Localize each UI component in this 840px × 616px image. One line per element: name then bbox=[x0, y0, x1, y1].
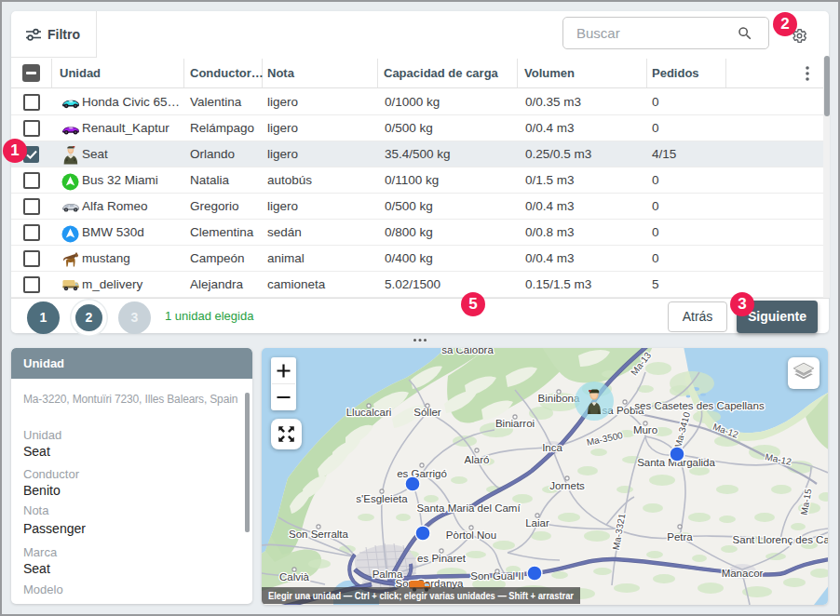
svg-text:Petra: Petra bbox=[667, 531, 693, 542]
svg-text:Alaró: Alaró bbox=[465, 454, 490, 465]
svg-text:sa Calobra: sa Calobra bbox=[441, 348, 494, 355]
svg-text:Calvià: Calvià bbox=[279, 571, 310, 583]
svg-text:es Pinaret: es Pinaret bbox=[417, 553, 467, 564]
svg-text:ses Casetes des Capellans: ses Casetes des Capellans bbox=[634, 400, 765, 411]
svg-text:Jornets: Jornets bbox=[549, 480, 585, 491]
svg-text:Sant Llorenç des Carda: Sant Llorenç des Carda bbox=[733, 534, 828, 545]
svg-text:Manacor: Manacor bbox=[722, 568, 764, 579]
svg-text:Biniarroi: Biniarroi bbox=[495, 418, 535, 429]
svg-text:Elegir una unidad — Ctrl + cli: Elegir una unidad — Ctrl + click; elegir… bbox=[268, 590, 574, 601]
svg-text:Laiar: Laiar bbox=[525, 517, 549, 529]
svg-text:Inca: Inca bbox=[542, 442, 562, 453]
svg-text:Son Serralta: Son Serralta bbox=[289, 529, 349, 540]
svg-text:Muro: Muro bbox=[633, 424, 657, 435]
svg-text:Sóller: Sóller bbox=[413, 407, 441, 418]
svg-text:es Garrigó: es Garrigó bbox=[397, 468, 447, 479]
svg-text:Llucalcari: Llucalcari bbox=[346, 407, 392, 418]
svg-text:Santa Maria del Camí: Santa Maria del Camí bbox=[416, 502, 521, 514]
svg-text:s'Esgleieta: s'Esgleieta bbox=[356, 493, 408, 504]
svg-text:Pòrtol Nou: Pòrtol Nou bbox=[446, 529, 496, 541]
svg-text:Binibona: Binibona bbox=[538, 393, 580, 404]
